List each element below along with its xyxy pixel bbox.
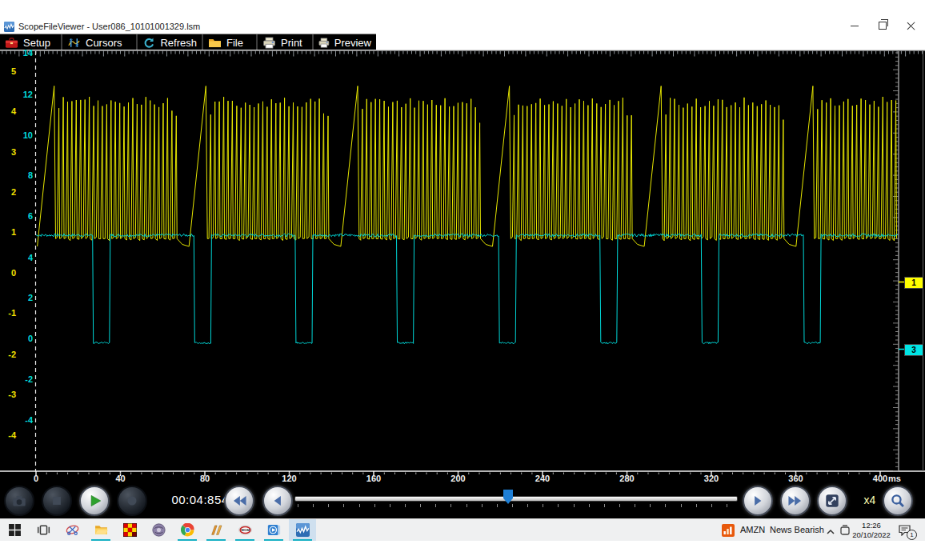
- y-axis-label-right: -2: [18, 374, 33, 385]
- y-axis-label-right: 10: [18, 130, 33, 141]
- tray-chevron-icon[interactable]: [826, 526, 835, 535]
- x-axis-label: 40: [103, 474, 138, 483]
- taskbar: WOM AMZN News Bearish 12:26 20/10/2022 1: [0, 518, 925, 541]
- slider-tick: [527, 504, 528, 507]
- task-view-icon: [37, 523, 50, 537]
- taskbar-orange-app[interactable]: [202, 519, 230, 541]
- fast-forward-icon: [787, 492, 804, 510]
- slider-tick: [343, 504, 344, 507]
- slider-tick: [543, 504, 543, 507]
- printer-icon: [262, 37, 276, 49]
- printer-preview-icon: [318, 37, 330, 49]
- taskbar-media-player[interactable]: [260, 519, 287, 541]
- stop-button[interactable]: [42, 486, 72, 516]
- clock-date: 20/10/2022: [850, 530, 893, 540]
- x-axis-label: 280: [610, 474, 645, 483]
- taskbar-task-view[interactable]: [30, 519, 57, 541]
- title-bar: ScopeFileViewer - User086_10101001329.ls…: [0, 0, 925, 34]
- stock-ticker[interactable]: AMZN: [740, 525, 765, 534]
- taskbar-disc-app[interactable]: [145, 519, 172, 541]
- taskbar-mosaic-app[interactable]: [116, 519, 143, 541]
- taskbar-file-explorer[interactable]: [87, 519, 114, 541]
- slider-tick: [619, 504, 620, 507]
- slider-tick: [450, 504, 451, 507]
- slider-tick: [512, 504, 513, 507]
- slider-tick: [574, 504, 575, 507]
- snipping-tool-icon: [66, 523, 79, 537]
- clock-time: 12:26: [850, 521, 893, 530]
- y-axis-label-right: 12: [18, 89, 33, 100]
- record-icon: [123, 492, 141, 510]
- x-axis-label: 240: [525, 474, 560, 483]
- y-axis-label-left: -2: [2, 349, 16, 360]
- slider-tick: [405, 504, 406, 507]
- slider-tick: [589, 504, 590, 507]
- slider-tick: [298, 504, 298, 507]
- snapshot-button[interactable]: [4, 486, 34, 516]
- slider-tick: [696, 504, 697, 507]
- x-axis-label: 80: [187, 474, 222, 483]
- taskbar-snipping-tool[interactable]: [58, 519, 86, 541]
- channel-1-marker[interactable]: 1: [904, 277, 923, 289]
- bottom-margin: [0, 541, 925, 560]
- restore-button[interactable]: [870, 18, 895, 34]
- y-axis-label-left: 4: [2, 106, 16, 117]
- slider-tick: [313, 504, 314, 507]
- minimize-button[interactable]: [842, 18, 867, 34]
- fit-view-button[interactable]: [817, 486, 847, 516]
- record-button[interactable]: [117, 486, 147, 516]
- slider-tick: [604, 504, 605, 507]
- file-label: File: [226, 37, 243, 49]
- print-label: Print: [281, 37, 302, 49]
- slider-tick: [711, 504, 712, 507]
- svg-text:WOM: WOM: [240, 528, 249, 532]
- screenshot-root: ScopeFileViewer - User086_10101001329.ls…: [0, 0, 925, 560]
- slider-tick: [635, 504, 635, 507]
- rewind-button[interactable]: [224, 486, 254, 516]
- stock-news[interactable]: News Bearish: [770, 525, 824, 534]
- close-icon: [907, 22, 915, 30]
- file-button[interactable]: File: [203, 34, 258, 50]
- fast-forward-button[interactable]: [780, 486, 811, 516]
- taskbar-start-button[interactable]: [1, 519, 28, 541]
- cursors-button[interactable]: Cursors: [62, 34, 138, 50]
- seek-slider-track[interactable]: [294, 496, 738, 502]
- media-player-icon: [267, 523, 281, 537]
- clock[interactable]: 12:26 20/10/2022: [850, 521, 893, 539]
- refresh-button[interactable]: Refresh: [138, 34, 203, 50]
- taskbar-wom-app[interactable]: WOM: [231, 519, 258, 541]
- window-title: ScopeFileViewer - User086_10101001329.ls…: [18, 20, 200, 33]
- slider-tick: [328, 504, 329, 507]
- x-axis-label: 120: [272, 474, 307, 483]
- y-axis-label-left: 0: [2, 267, 16, 278]
- chrome-icon: [181, 523, 194, 537]
- zoom-button[interactable]: [883, 486, 913, 516]
- x-axis-label: 200: [441, 474, 476, 483]
- step-back-button[interactable]: [262, 486, 293, 516]
- play-icon: [86, 492, 103, 510]
- x-axis-label: 360: [779, 474, 814, 483]
- step-forward-button[interactable]: [743, 486, 773, 516]
- step-forward-icon: [749, 492, 767, 510]
- taskbar-chrome[interactable]: [174, 519, 201, 541]
- play-button[interactable]: [79, 486, 110, 516]
- print-button[interactable]: Print: [258, 34, 314, 50]
- taskbar-scope-file-viewer[interactable]: [289, 519, 316, 541]
- file-explorer-icon: [94, 523, 108, 537]
- stock-widget-icon[interactable]: [722, 524, 735, 537]
- tray-app-icon[interactable]: [839, 524, 851, 536]
- slider-tick: [482, 504, 483, 507]
- close-button[interactable]: [898, 18, 923, 34]
- start-icon: [8, 523, 22, 537]
- seek-slider-thumb[interactable]: [503, 490, 513, 504]
- x-axis-label: 0: [18, 474, 54, 483]
- preview-button[interactable]: Preview: [314, 34, 376, 50]
- toolbox-icon: [5, 37, 18, 49]
- channel-3-marker[interactable]: 3: [904, 344, 923, 356]
- slider-tick: [359, 504, 360, 507]
- cursors-label: Cursors: [86, 37, 122, 49]
- scope-screen: 543210-1-2-3-4 14121086420-2-4 040801201…: [0, 50, 925, 518]
- waveform-plot: [0, 50, 925, 484]
- slider-tick: [681, 504, 682, 507]
- app-logo-icon: [4, 22, 14, 32]
